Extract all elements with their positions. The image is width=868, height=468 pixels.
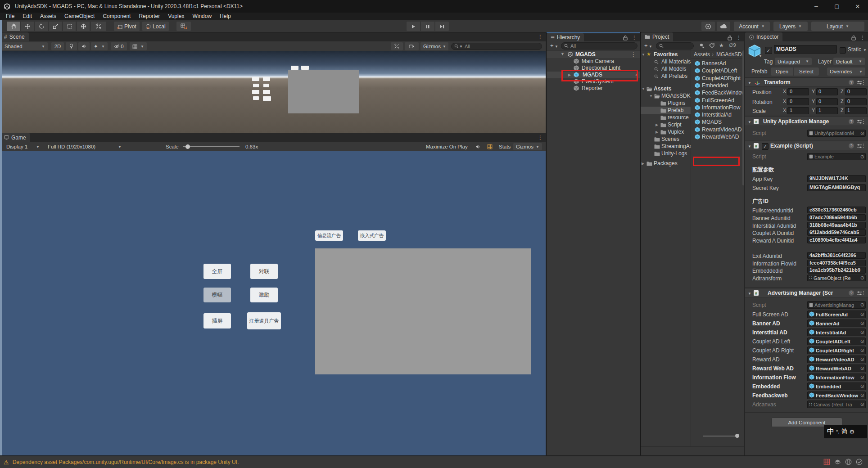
object-picker-icon[interactable]: ⊙	[860, 401, 864, 407]
project-search-input[interactable]	[656, 42, 694, 50]
thumbnail-zoom-slider[interactable]	[703, 436, 738, 436]
breadcrumb-root[interactable]: Assets	[694, 51, 710, 58]
stats-toggle[interactable]: Stats	[496, 143, 513, 150]
pivot-toggle[interactable]: Pivot	[114, 22, 140, 31]
lock-icon[interactable]	[728, 35, 732, 40]
project-file-rewardvideoad[interactable]: RewardVideoAD	[691, 126, 744, 133]
rotation-x-field[interactable]: 0	[787, 98, 809, 105]
collab-icon[interactable]	[823, 459, 830, 465]
object-picker-icon[interactable]: ⊙	[860, 130, 864, 136]
couplet-ad-button[interactable]: 对联	[250, 264, 278, 279]
tab-project[interactable]: Project	[641, 32, 673, 41]
project-tree-item-resource[interactable]: resource	[641, 114, 691, 121]
move-tool-button[interactable]	[21, 22, 34, 31]
scale-slider-track[interactable]	[183, 146, 240, 147]
menu-gameobject[interactable]: GameObject	[60, 13, 99, 20]
transform-header[interactable]: ▼ Transform ? ⋮	[745, 77, 868, 87]
scene-camera-icon[interactable]	[405, 42, 419, 50]
step-button[interactable]	[435, 22, 449, 31]
scale-z-field[interactable]: 1	[845, 107, 867, 114]
help-icon[interactable]: ?	[849, 80, 854, 85]
resolution-dropdown[interactable]: Full HD (1920x1080)▼	[45, 143, 124, 150]
static-dropdown-caret[interactable]: ▼	[863, 48, 867, 52]
object-picker-icon[interactable]: ⊙	[860, 392, 864, 398]
example-script-field[interactable]: Example⊙	[807, 153, 866, 160]
thumbnail-zoom-knob[interactable]	[735, 434, 739, 438]
position-y-field[interactable]: 0	[816, 88, 838, 95]
grid-snapping-button[interactable]	[176, 22, 191, 31]
menu-help[interactable]: Help	[216, 13, 235, 20]
audio-toggle[interactable]	[78, 42, 90, 50]
scene-tools-icon[interactable]	[391, 42, 403, 50]
effects-dropdown[interactable]: ✦▼	[91, 42, 108, 50]
object-picker-icon[interactable]: ⊙	[860, 383, 864, 389]
project-file-rewardwebad[interactable]: RewardWebAD	[691, 133, 744, 140]
scene-visibility-toggle[interactable]: 0	[111, 42, 127, 50]
rotate-tool-button[interactable]	[35, 22, 48, 31]
menu-vuplex[interactable]: Vuplex	[164, 13, 188, 20]
scale-tool-button[interactable]	[49, 22, 62, 31]
search-by-type-icon[interactable]	[699, 43, 705, 50]
menu-file[interactable]: File	[2, 13, 18, 20]
project-tree-item-packages[interactable]: ▶Packages	[641, 160, 691, 167]
app-key-field[interactable]: 9NJJDNW1TJ4K	[807, 175, 866, 182]
project-file-informationflow[interactable]: InformationFlow	[691, 104, 744, 111]
hierarchy-item-main-camera[interactable]: Main Camera	[547, 58, 640, 65]
object-picker-icon[interactable]: ⊙	[860, 275, 864, 281]
reward-ad-button[interactable]: 激励	[250, 288, 278, 302]
scene-viewport[interactable]	[0, 51, 546, 133]
object-picker-icon[interactable]: ⊙	[860, 311, 864, 317]
project-file-mgads[interactable]: MGADS	[691, 118, 744, 126]
project-file-fullscreenad[interactable]: FullScreenAd	[691, 97, 744, 104]
object-picker-icon[interactable]: ⊙	[860, 356, 864, 362]
scene-grid-dropdown[interactable]: ▼	[130, 42, 147, 50]
ime-indicator[interactable]: 中 °, 简 ⚙	[824, 425, 867, 438]
scene-search-input[interactable]: ▼ All	[451, 43, 542, 50]
tab-game[interactable]: Game	[0, 133, 30, 142]
maximize-button[interactable]: ▢	[827, 0, 847, 13]
project-tree-item-mgadssdk[interactable]: ▼MGAdsSDK	[641, 92, 691, 99]
lighting-toggle[interactable]	[66, 42, 77, 50]
adtransform-object-field[interactable]: ∷GameObject (Re⊙	[807, 274, 866, 281]
script-object-field[interactable]: AdvertisingManag⊙	[807, 301, 866, 309]
prefab-open-button[interactable]: Open	[771, 68, 793, 76]
account-dropdown[interactable]: Account▼	[734, 22, 770, 31]
project-tree-item-favorites[interactable]: ▼★Favorites	[641, 51, 691, 58]
scale-x-field[interactable]: 1	[787, 107, 809, 114]
help-icon[interactable]: ?	[849, 143, 854, 148]
fullscreendunitid-field[interactable]: e830c3173602460eb	[807, 207, 866, 213]
help-icon[interactable]: ?	[849, 290, 854, 296]
project-tree-item-all-prefabs[interactable]: All Prefabs	[641, 72, 691, 80]
project-tree-item-streamingassets[interactable]: StreamingAssets	[641, 143, 691, 150]
prefab-overrides-dropdown[interactable]: Overrides▼	[827, 68, 865, 76]
play-button[interactable]	[407, 22, 420, 31]
cloud-icon[interactable]	[717, 22, 730, 31]
component-menu-icon[interactable]: ⋮	[861, 118, 866, 125]
game-menu-icon[interactable]: ⋮	[538, 135, 543, 141]
cloud-status-icon[interactable]	[845, 459, 852, 465]
information-flowid-field[interactable]: feee407358ef4f9ea5	[807, 260, 866, 266]
game-gizmos-dropdown[interactable]: Gizmos▼	[513, 143, 542, 150]
exit-adunitid-field[interactable]: 4a2bffb381c64f2396	[807, 252, 866, 259]
scale-y-field[interactable]: 1	[816, 107, 838, 114]
mute-audio-toggle[interactable]	[473, 143, 484, 150]
interstitial-ad-button[interactable]: 插屏	[203, 313, 231, 328]
project-file-coupletadright[interactable]: CoupletADRight	[691, 75, 744, 82]
menu-assets[interactable]: Assets	[36, 13, 60, 20]
minimize-button[interactable]: ─	[806, 0, 827, 13]
layout-dropdown[interactable]: Layout▼	[811, 22, 864, 31]
couplet-a-dunitid-field[interactable]: 6f12abdd59e746cab5	[807, 229, 866, 236]
object-picker-icon[interactable]: ⊙	[860, 154, 864, 160]
app-manager-header[interactable]: ▼ # Unity Application Manage ? ⋮	[745, 117, 868, 126]
project-file-interstitialad[interactable]: InterstitialAd	[691, 111, 744, 118]
progress-status-icon[interactable]	[856, 459, 863, 465]
project-tree-item-vuplex[interactable]: ▶Vuplex	[641, 128, 691, 135]
lock-icon[interactable]	[851, 35, 856, 40]
couplet-ad-right-object-field[interactable]: CoupletADRight⊙	[807, 346, 866, 354]
example-script-header[interactable]: ▼ # ✓ Example (Script) ? ⋮	[745, 141, 868, 150]
rotation-y-field[interactable]: 0	[816, 98, 838, 105]
menu-reporter[interactable]: Reporter	[135, 13, 164, 20]
inspector-menu-icon[interactable]: ⋮	[860, 35, 865, 41]
favorites-star-icon[interactable]: ★	[719, 42, 724, 49]
search-by-label-icon[interactable]	[709, 43, 715, 50]
